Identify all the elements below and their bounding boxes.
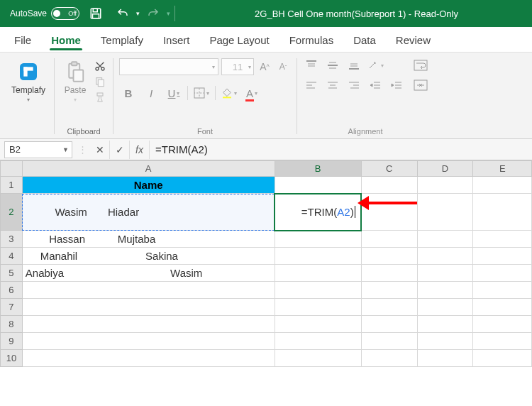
cell-b4[interactable]	[275, 248, 361, 265]
cell-e7[interactable]	[473, 299, 532, 316]
cell-b6[interactable]	[275, 282, 361, 299]
cell-d3[interactable]	[417, 231, 473, 248]
cell-c9[interactable]	[361, 333, 417, 350]
undo-dropdown-icon[interactable]: ▾	[136, 10, 140, 17]
cell-c3[interactable]	[361, 231, 417, 248]
cell-c5[interactable]	[361, 265, 417, 282]
undo-icon[interactable]	[115, 6, 131, 21]
redo-dropdown-icon[interactable]: ▾	[167, 10, 170, 17]
decrease-indent-icon[interactable]	[367, 78, 384, 92]
underline-button[interactable]: U▾	[165, 84, 183, 102]
align-bottom-icon[interactable]	[345, 58, 362, 72]
tab-formulas[interactable]: Formulas	[279, 28, 344, 52]
cell-c1[interactable]	[361, 177, 417, 194]
cell-a2[interactable]: Wasim Hiadar	[22, 194, 275, 231]
row-header[interactable]: 8	[1, 316, 23, 333]
align-right-icon[interactable]	[345, 78, 362, 92]
cell-e8[interactable]	[473, 316, 532, 333]
cell-c7[interactable]	[361, 299, 417, 316]
cell-a6[interactable]	[22, 282, 275, 299]
save-icon[interactable]	[88, 6, 104, 21]
borders-button[interactable]: ▾	[192, 84, 211, 102]
cell-b3[interactable]	[275, 231, 361, 248]
cell-a1[interactable]: Name	[22, 177, 275, 194]
cell-d7[interactable]	[417, 299, 473, 316]
align-left-icon[interactable]	[303, 78, 320, 92]
align-top-icon[interactable]	[303, 58, 320, 72]
cell-e10[interactable]	[473, 350, 532, 367]
col-header-d[interactable]: D	[417, 161, 473, 177]
orientation-icon[interactable]: ▾	[367, 58, 384, 72]
cell-b5[interactable]	[275, 265, 361, 282]
col-header-e[interactable]: E	[473, 161, 532, 177]
enter-formula-icon[interactable]: ✓	[110, 141, 130, 159]
cell-e1[interactable]	[473, 177, 532, 194]
cell-a8[interactable]	[22, 316, 275, 333]
select-all-corner[interactable]	[1, 161, 23, 177]
cut-icon[interactable]	[93, 60, 107, 72]
align-middle-icon[interactable]	[324, 58, 341, 72]
row-header[interactable]: 3	[1, 231, 23, 248]
row-header[interactable]: 4	[1, 248, 23, 265]
fx-icon[interactable]: fx	[130, 141, 150, 159]
cell-d1[interactable]	[417, 177, 473, 194]
redo-icon[interactable]	[145, 6, 161, 21]
row-header[interactable]: 5	[1, 265, 23, 282]
cell-d2[interactable]	[417, 194, 473, 231]
cell-b8[interactable]	[275, 316, 361, 333]
cell-b1[interactable]	[275, 177, 361, 194]
format-painter-icon[interactable]	[93, 91, 107, 104]
cell-a3[interactable]: Hassan Mujtaba	[22, 231, 275, 248]
autosave-toggle[interactable]: AutoSave Off	[6, 6, 84, 21]
row-header[interactable]: 10	[1, 350, 23, 367]
tab-file[interactable]: File	[4, 28, 41, 52]
increase-font-icon[interactable]: A^	[257, 58, 272, 75]
fill-color-button[interactable]: ▾	[220, 84, 238, 102]
cell-c4[interactable]	[361, 248, 417, 265]
tab-review[interactable]: Review	[386, 28, 440, 52]
tab-templafy[interactable]: Templafy	[91, 28, 153, 52]
cell-b9[interactable]	[275, 333, 361, 350]
cell-b2[interactable]: =TRIM(A2)	[275, 194, 361, 231]
templafy-button[interactable]: Templafy ▾	[9, 58, 48, 104]
row-header[interactable]: 9	[1, 333, 23, 350]
bold-button[interactable]: B	[119, 84, 138, 102]
cell-d8[interactable]	[417, 316, 473, 333]
cell-a7[interactable]	[22, 299, 275, 316]
cell-e5[interactable]	[473, 265, 532, 282]
row-header[interactable]: 6	[1, 282, 23, 299]
row-header[interactable]: 7	[1, 299, 23, 316]
align-center-icon[interactable]	[324, 78, 341, 92]
font-color-button[interactable]: A ▾	[243, 84, 261, 102]
font-name-select[interactable]: ▾	[119, 58, 218, 75]
col-header-c[interactable]: C	[361, 161, 417, 177]
cell-d9[interactable]	[417, 333, 473, 350]
cell-d5[interactable]	[417, 265, 473, 282]
tab-page-layout[interactable]: Page Layout	[199, 28, 279, 52]
cell-e9[interactable]	[473, 333, 532, 350]
cell-a4[interactable]: Manahil Sakina	[22, 248, 275, 265]
cancel-formula-icon[interactable]: ✕	[90, 141, 110, 159]
cell-a10[interactable]	[22, 350, 275, 367]
merge-center-icon[interactable]	[414, 78, 428, 92]
font-size-select[interactable]: 11 ▾	[221, 58, 254, 75]
cell-d6[interactable]	[417, 282, 473, 299]
formula-input[interactable]: =TRIM(A2)	[150, 141, 532, 158]
cell-b10[interactable]	[275, 350, 361, 367]
italic-button[interactable]: I	[142, 84, 160, 102]
row-header[interactable]: 2	[1, 194, 23, 231]
cell-d4[interactable]	[417, 248, 473, 265]
name-box[interactable]: B2 ▼	[4, 141, 72, 158]
cell-c6[interactable]	[361, 282, 417, 299]
cell-e6[interactable]	[473, 282, 532, 299]
paste-button[interactable]: Paste ▾	[60, 58, 90, 104]
row-header[interactable]: 1	[1, 177, 23, 194]
tab-data[interactable]: Data	[343, 28, 386, 52]
tab-insert[interactable]: Insert	[153, 28, 200, 52]
increase-indent-icon[interactable]	[388, 78, 405, 92]
cell-d10[interactable]	[417, 350, 473, 367]
cell-e2[interactable]	[473, 194, 532, 231]
cell-c8[interactable]	[361, 316, 417, 333]
cell-c2[interactable]	[361, 194, 417, 231]
col-header-b[interactable]: B	[275, 161, 361, 177]
